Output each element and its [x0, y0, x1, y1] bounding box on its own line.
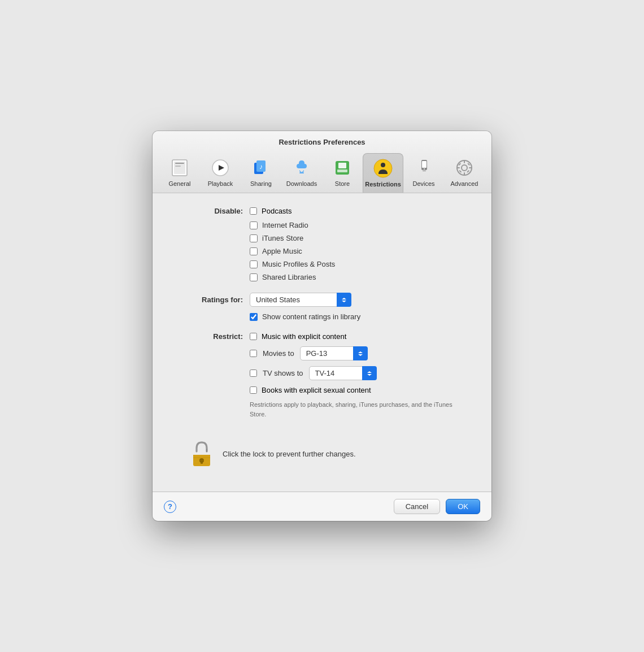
ratings-for-row: Ratings for: United States United Kingdo… [175, 293, 469, 307]
internet-radio-row: Internet Radio [250, 221, 469, 229]
svg-rect-3 [175, 166, 181, 167]
country-select-wrapper: United States United Kingdom Australia C… [250, 293, 351, 307]
tab-general-label: General [168, 180, 190, 187]
restrict-header-row: Restrict: Music with explicit content [175, 332, 469, 341]
apple-music-checkbox[interactable] [250, 247, 258, 255]
svg-rect-17 [422, 161, 427, 168]
tab-store[interactable]: Store [322, 153, 363, 193]
bottom-bar: ? Cancel OK [153, 492, 491, 521]
shared-libraries-label[interactable]: Shared Libraries [262, 273, 316, 281]
main-content: Disable: Podcasts Internet Radio iTunes … [153, 193, 491, 492]
svg-rect-9 [299, 172, 304, 173]
tab-general[interactable]: General [159, 153, 200, 193]
devices-icon [414, 158, 434, 178]
music-profiles-row: Music Profiles & Posts [250, 260, 469, 268]
svg-point-13 [374, 159, 392, 177]
advanced-icon [454, 158, 475, 178]
podcasts-label[interactable]: Podcasts [262, 207, 291, 215]
podcasts-row: Podcasts [250, 207, 291, 215]
books-label[interactable]: Books with explicit sexual content [262, 386, 371, 394]
disable-section: Disable: Podcasts Internet Radio iTunes … [175, 207, 469, 281]
tv-shows-checkbox[interactable] [250, 370, 257, 377]
svg-rect-19 [423, 171, 426, 171]
music-profiles-checkbox[interactable] [250, 260, 258, 268]
svg-point-18 [424, 168, 425, 169]
movies-rating-select-wrapper: G PG PG-13 R NC-17 All [300, 346, 368, 360]
tab-downloads-label: Downloads [286, 180, 317, 187]
svg-rect-2 [175, 163, 184, 164]
playback-icon [210, 158, 230, 178]
svg-text:♪: ♪ [259, 163, 263, 171]
ok-button[interactable]: OK [446, 499, 480, 514]
itunes-store-label[interactable]: iTunes Store [262, 234, 303, 242]
show-content-ratings-row: Show content ratings in library [250, 312, 469, 321]
ratings-for-label: Ratings for: [175, 295, 243, 304]
store-icon [332, 158, 353, 178]
tab-playback-label: Playback [208, 180, 233, 187]
explicit-music-row: Music with explicit content [250, 332, 346, 341]
tv-shows-row: TV shows to TV-Y TV-Y7 TV-G TV-PG TV-14 … [250, 366, 469, 380]
tab-restrictions-label: Restrictions [365, 181, 401, 188]
explicit-music-label[interactable]: Music with explicit content [262, 332, 346, 341]
books-checkbox[interactable] [250, 386, 257, 394]
apple-music-label[interactable]: Apple Music [262, 247, 302, 255]
shared-libraries-checkbox[interactable] [250, 273, 258, 281]
tab-devices-label: Devices [412, 180, 434, 187]
tv-rating-select-wrapper: TV-Y TV-Y7 TV-G TV-PG TV-14 TV-MA All [309, 366, 377, 380]
lock-section: Click the lock to prevent further change… [175, 430, 469, 478]
restrict-note: Restrictions apply to playback, sharing,… [250, 400, 469, 419]
music-profiles-label[interactable]: Music Profiles & Posts [262, 260, 335, 268]
cancel-button[interactable]: Cancel [394, 499, 440, 514]
svg-rect-11 [338, 163, 346, 168]
action-buttons: Cancel OK [394, 499, 480, 514]
tab-sharing[interactable]: ♪ Sharing [241, 153, 281, 193]
ratings-section: Ratings for: United States United Kingdo… [175, 293, 469, 321]
toolbar: General Playback ♪ [162, 153, 482, 193]
apple-music-row: Apple Music [250, 247, 469, 255]
restrict-section: Restrict: Music with explicit content Mo… [175, 332, 469, 419]
svg-point-14 [381, 163, 385, 167]
help-button[interactable]: ? [164, 501, 176, 513]
itunes-store-checkbox[interactable] [250, 234, 258, 242]
tab-sharing-label: Sharing [250, 180, 272, 187]
tab-advanced[interactable]: Advanced [444, 153, 485, 193]
svg-rect-25 [469, 167, 472, 168]
svg-rect-23 [464, 172, 465, 175]
movies-rating-select[interactable]: G PG PG-13 R NC-17 All [300, 346, 368, 360]
window-title: Restrictions Preferences [162, 138, 482, 146]
restrict-label: Restrict: [175, 332, 243, 341]
podcasts-checkbox[interactable] [250, 207, 257, 215]
svg-rect-22 [464, 160, 465, 163]
restrictions-icon [373, 158, 393, 179]
shared-libraries-row: Shared Libraries [250, 273, 469, 281]
title-bar: Restrictions Preferences General [153, 131, 491, 193]
tv-shows-label[interactable]: TV shows to [263, 369, 303, 377]
tab-downloads[interactable]: Downloads [281, 153, 322, 193]
show-content-ratings-checkbox[interactable] [250, 313, 258, 321]
downloads-icon [291, 158, 312, 178]
internet-radio-checkbox[interactable] [250, 221, 258, 229]
lock-icon[interactable] [189, 439, 215, 469]
tab-restrictions[interactable]: Restrictions [363, 153, 403, 193]
tab-devices[interactable]: Devices [403, 153, 444, 193]
tab-store-label: Store [335, 180, 350, 187]
general-icon [169, 158, 190, 178]
preferences-window: Restrictions Preferences General [153, 131, 491, 521]
lock-message: Click the lock to prevent further change… [223, 450, 356, 458]
movies-checkbox[interactable] [250, 350, 257, 357]
disable-label: Disable: [175, 207, 243, 215]
show-content-ratings-label[interactable]: Show content ratings in library [262, 312, 360, 321]
country-select[interactable]: United States United Kingdom Australia C… [250, 293, 351, 307]
books-row: Books with explicit sexual content [250, 386, 469, 394]
internet-radio-label[interactable]: Internet Radio [262, 221, 308, 229]
tab-advanced-label: Advanced [451, 180, 478, 187]
tv-rating-select[interactable]: TV-Y TV-Y7 TV-G TV-PG TV-14 TV-MA All [309, 366, 377, 380]
itunes-store-row: iTunes Store [250, 234, 469, 242]
explicit-music-checkbox[interactable] [250, 333, 257, 340]
svg-rect-24 [457, 167, 460, 168]
svg-rect-12 [337, 169, 347, 172]
svg-point-21 [462, 165, 467, 171]
movies-label[interactable]: Movies to [263, 349, 294, 358]
tab-playback[interactable]: Playback [200, 153, 241, 193]
svg-rect-27 [467, 170, 469, 173]
